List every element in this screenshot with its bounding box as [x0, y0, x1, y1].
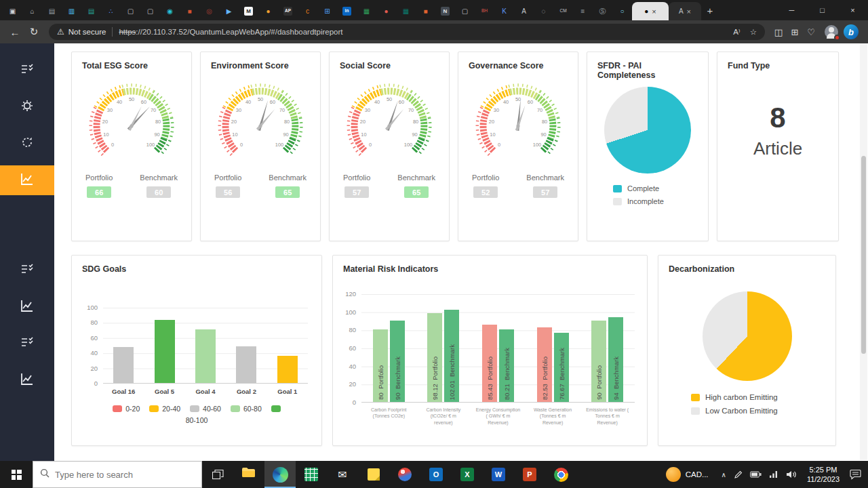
- tab-close-icon[interactable]: ×: [687, 7, 691, 16]
- sidebar-item-sync[interactable]: [0, 125, 54, 162]
- scrollbar-thumb[interactable]: [861, 156, 866, 354]
- browser-tab[interactable]: ∴: [101, 2, 121, 20]
- back-icon[interactable]: ←: [5, 26, 24, 38]
- clock-time: 5:25 PM: [807, 465, 840, 474]
- browser-tab[interactable]: ▥: [62, 2, 81, 20]
- second-tab[interactable]: A ×: [669, 2, 701, 20]
- browser-tab[interactable]: K: [494, 2, 514, 20]
- taskbar-clock[interactable]: 5:25 PM 11/2/2023: [804, 465, 842, 485]
- legend-item: 0-20: [113, 405, 140, 413]
- portfolio-kpi: Portfolio 57: [343, 174, 370, 198]
- taskbar-excel[interactable]: X: [452, 461, 483, 488]
- favorite-star-icon[interactable]: ☆: [750, 27, 757, 37]
- svg-text:60: 60: [141, 99, 146, 105]
- browser-tab[interactable]: ▤: [42, 2, 62, 20]
- taskbar-search[interactable]: [33, 461, 202, 488]
- refresh-icon[interactable]: ↻: [24, 26, 43, 38]
- browser-tab[interactable]: ≡: [573, 2, 593, 20]
- browser-tab[interactable]: ●: [258, 2, 278, 20]
- taskbar-sticky-notes[interactable]: [358, 461, 389, 488]
- sidebar-item-dashboard[interactable]: [0, 165, 54, 195]
- taskbar-mail[interactable]: ✉: [327, 461, 358, 488]
- sidebar-item-chart-3[interactable]: [0, 362, 54, 399]
- action-center-icon[interactable]: [850, 469, 861, 480]
- taskbar-word[interactable]: W: [483, 461, 514, 488]
- legend-swatch: [113, 405, 122, 412]
- profile-avatar[interactable]: [825, 25, 838, 39]
- browser-tab[interactable]: M: [239, 2, 258, 20]
- browser-tab[interactable]: ▤: [81, 2, 101, 20]
- start-button[interactable]: [0, 461, 33, 488]
- browser-tab[interactable]: BH: [475, 2, 494, 20]
- sidebar-item-checklist[interactable]: [0, 52, 54, 89]
- maximize-button[interactable]: □: [807, 0, 837, 20]
- search-input[interactable]: [55, 470, 184, 480]
- bing-chat-icon[interactable]: b: [844, 24, 859, 39]
- tab-favicon: ▦: [403, 8, 409, 15]
- active-tab[interactable]: ● ×: [632, 2, 669, 20]
- taskbar-chrome[interactable]: [545, 461, 576, 488]
- address-bar[interactable]: ⚠ Not secure https://20.110.37.52/Quantu…: [49, 24, 765, 40]
- browser-tab[interactable]: ●: [376, 2, 396, 20]
- benchmark-kpi: Benchmark 65: [269, 174, 307, 198]
- minimize-button[interactable]: ─: [776, 0, 807, 20]
- browser-tab[interactable]: ▢: [455, 2, 475, 20]
- widget-label: CAD...: [686, 470, 709, 479]
- task-view-button[interactable]: [202, 461, 233, 488]
- browser-tab[interactable]: ⊞: [317, 2, 337, 20]
- taskbar-powerpoint[interactable]: P: [514, 461, 545, 488]
- browser-tab[interactable]: ▢: [121, 2, 140, 20]
- card-sfdr-pai: SFDR - PAI Completeness Complete Incompl…: [587, 52, 709, 241]
- benchmark-label: Benchmark: [526, 174, 564, 182]
- browser-tab[interactable]: in: [337, 2, 357, 20]
- browser-tab[interactable]: c: [298, 2, 317, 20]
- news-widget[interactable]: CAD...: [660, 461, 714, 488]
- network-icon[interactable]: [769, 470, 778, 479]
- browser-tab[interactable]: AP: [278, 2, 298, 20]
- browser-tab[interactable]: ■: [180, 2, 199, 20]
- tab-favicon: ▥: [68, 8, 75, 15]
- new-tab-button[interactable]: +: [701, 5, 719, 16]
- page-scrollbar[interactable]: [860, 43, 867, 460]
- taskbar-excel-online[interactable]: [296, 461, 327, 488]
- close-button[interactable]: ×: [837, 0, 868, 20]
- browser-tab[interactable]: ▣: [3, 2, 22, 20]
- split-screen-icon[interactable]: ◫: [770, 27, 787, 37]
- browser-essentials-icon[interactable]: ♡: [803, 27, 819, 37]
- browser-tab[interactable]: CM: [553, 2, 573, 20]
- sidebar-item-chart-2[interactable]: [0, 289, 54, 325]
- taskbar-browser-sphere[interactable]: [389, 461, 420, 488]
- browser-tab[interactable]: ◉: [160, 2, 180, 20]
- taskbar-edge[interactable]: [264, 461, 296, 488]
- browser-tab[interactable]: ◎: [199, 2, 219, 20]
- pen-icon[interactable]: [734, 470, 743, 479]
- browser-tab[interactable]: ■: [416, 2, 435, 20]
- tab-close-icon[interactable]: ×: [652, 7, 656, 16]
- browser-tab[interactable]: ⌂: [22, 2, 42, 20]
- browser-tab[interactable]: Ⓢ: [593, 2, 612, 20]
- browser-tab[interactable]: ◌: [534, 2, 553, 20]
- browser-tab[interactable]: ▦: [396, 2, 416, 20]
- volume-icon[interactable]: [786, 470, 797, 479]
- hidden-icons-chevron[interactable]: ∧: [722, 471, 726, 479]
- browser-tab[interactable]: N: [435, 2, 455, 20]
- sidebar-item-checklist-3[interactable]: [0, 325, 54, 362]
- browser-tab[interactable]: ▦: [357, 2, 376, 20]
- sidebar-item-admin[interactable]: [0, 89, 54, 125]
- security-warning-label[interactable]: Not secure: [68, 28, 106, 36]
- browser-toolbar: ← ↻ ⚠ Not secure https://20.110.37.52/Qu…: [0, 20, 868, 43]
- battery-icon[interactable]: [750, 471, 762, 478]
- browser-tab[interactable]: ○: [612, 2, 632, 20]
- taskbar-outlook[interactable]: O: [420, 461, 452, 488]
- sidebar-item-checklist-2[interactable]: [0, 252, 54, 289]
- card-sdg-goals: SDG Goals 100806040200Goal 16Goal 5Goal …: [71, 255, 322, 446]
- read-aloud-icon[interactable]: A⁾: [733, 27, 741, 37]
- gauge-chart: 0102030405060708090100: [330, 73, 449, 164]
- browser-tab[interactable]: ▢: [140, 2, 160, 20]
- browser-tab[interactable]: A: [514, 2, 534, 20]
- collections-icon[interactable]: ⊞: [787, 27, 803, 37]
- svg-text:40: 40: [503, 99, 509, 105]
- taskbar-file-explorer[interactable]: [233, 461, 264, 488]
- legend-item: Complete: [613, 184, 708, 192]
- browser-tab[interactable]: ▶: [219, 2, 239, 20]
